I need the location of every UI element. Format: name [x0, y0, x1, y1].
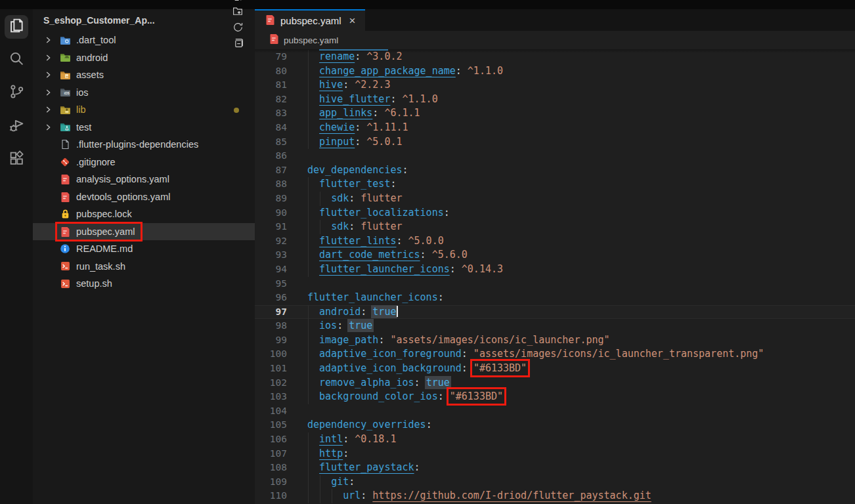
tab-bar[interactable]: pubspec.yaml × — [255, 9, 855, 31]
activity-source-control[interactable] — [5, 81, 28, 104]
breadcrumb-item[interactable]: pubspec.yaml — [284, 35, 338, 45]
tree-file--gitignore[interactable]: .gitignore — [33, 154, 255, 171]
code-line-101[interactable]: 101 adaptive_icon_background: "#6133BD" — [255, 362, 855, 376]
tree-folder-android[interactable]: android — [33, 49, 255, 67]
chevron-right-icon[interactable] — [43, 121, 59, 133]
activity-search[interactable] — [5, 48, 28, 72]
dependency-link[interactable]: app_links — [319, 107, 372, 119]
code-line-99[interactable]: 99 image_path: "assets/images/icons/ic_l… — [255, 333, 855, 348]
code-line-110[interactable]: 110 url: https://github.com/I-driod/flut… — [255, 489, 855, 503]
yaml-key: remove_alpha_ios — [319, 377, 414, 388]
code-line-83[interactable]: 83 app_links: ^6.1.1 — [255, 106, 855, 121]
dependency-link[interactable]: change_app_package_name — [319, 65, 456, 77]
code-line-103[interactable]: 103 background_color_ios: "#6133BD" — [255, 390, 855, 404]
chevron-right-icon[interactable] — [43, 87, 59, 98]
code-line-84[interactable]: 84 chewie: ^1.11.1 — [255, 121, 855, 135]
activity-run-debug[interactable] — [5, 116, 28, 139]
code-line-98[interactable]: 98 ios: true — [255, 319, 855, 333]
chevron-right-icon[interactable] — [43, 104, 59, 116]
code-line-93[interactable]: 93 dart_code_metrics: ^5.6.0 — [255, 248, 855, 262]
line-number: 84 — [255, 121, 287, 135]
yaml-key: adaptive_icon_background — [319, 362, 462, 374]
tab-pubspec-yaml[interactable]: pubspec.yaml × — [255, 9, 365, 31]
new-folder-button[interactable] — [230, 5, 246, 20]
yaml-icon — [59, 173, 71, 185]
dependency-link[interactable]: http — [319, 448, 343, 459]
code-line-102[interactable]: 102 remove_alpha_ios: true — [255, 376, 855, 390]
url-link[interactable]: https://github.com/I-driod/flutter_payst… — [372, 490, 651, 501]
dependency-link[interactable]: chewie — [319, 121, 355, 133]
tree-file-setup-sh[interactable]: setup.sh — [33, 275, 255, 293]
tree-file-pubspec-lock[interactable]: pubspec.lock — [33, 205, 255, 223]
code-line-87[interactable]: 87dev_dependencies: — [255, 163, 855, 178]
code-line-107[interactable]: 107 http: — [255, 447, 855, 461]
tree-file--flutter-plugins-dependencies[interactable]: .flutter-plugins-dependencies — [33, 136, 255, 154]
breadcrumb[interactable]: pubspec.yaml — [255, 31, 855, 49]
tree-file-analysis-options-yaml[interactable]: analysis_options.yaml — [33, 171, 255, 188]
tree-folder--dart-tool[interactable]: .dart_tool — [33, 32, 255, 49]
line-number: 81 — [255, 78, 287, 93]
chevron-right-icon[interactable] — [43, 34, 59, 46]
new-file-button[interactable] — [230, 0, 246, 5]
code-line-104[interactable]: 104 — [255, 404, 855, 419]
chevron-spacer — [43, 243, 59, 255]
code-line-81[interactable]: 81 hive: ^2.2.3 — [255, 78, 855, 93]
tree-folder-lib[interactable]: lib — [33, 101, 255, 119]
code-line-79[interactable]: 79 rename: ^3.0.2 — [255, 50, 855, 64]
tree-file-devtools-options-yaml[interactable]: devtools_options.yaml — [33, 188, 255, 206]
yaml-key: flutter_test — [319, 178, 390, 190]
dependency-link[interactable]: hive_flutter — [319, 93, 390, 105]
whitespace — [307, 461, 319, 473]
tree-file-readme-md[interactable]: README.md — [33, 240, 255, 258]
chevron-right-icon[interactable] — [43, 69, 59, 81]
dependency-link[interactable]: flutter_launcher_icons — [319, 263, 450, 275]
code-line-85[interactable]: 85 pinput: ^5.0.1 — [255, 135, 855, 150]
dependency-link[interactable]: rename — [319, 51, 355, 62]
tree-folder-ios[interactable]: iOSios — [33, 84, 255, 102]
code-line-82[interactable]: 82 hive_flutter: ^1.1.0 — [255, 93, 855, 107]
code-line-109[interactable]: 109 git: — [255, 475, 855, 490]
punctuation: : — [456, 65, 462, 77]
chevron-right-icon[interactable] — [43, 52, 59, 64]
close-icon[interactable]: × — [348, 15, 357, 26]
tree-folder-assets[interactable]: assets — [33, 66, 255, 84]
tree-file-run-task-sh[interactable]: run_task.sh — [33, 258, 255, 276]
dependency-link[interactable]: flutter_lints — [319, 235, 396, 247]
code-line-96[interactable]: 96flutter_launcher_icons: — [255, 291, 855, 305]
code-line-80[interactable]: 80 change_app_package_name: ^1.1.0 — [255, 64, 855, 79]
code-line-91[interactable]: 91 sdk: flutter — [255, 220, 855, 234]
line-text: remove_alpha_ios: true — [307, 377, 450, 388]
activity-extensions[interactable] — [5, 148, 28, 171]
tree-item-label: .gitignore — [76, 157, 116, 167]
line-text: dart_code_metrics: ^5.6.0 — [307, 249, 468, 261]
whitespace — [307, 93, 319, 105]
explorer-section-header[interactable]: S_eshop_Customer_Ap... — [33, 9, 255, 32]
code-line-92[interactable]: 92 flutter_lints: ^5.0.0 — [255, 234, 855, 249]
line-number: 109 — [255, 475, 287, 490]
code-line-95[interactable]: 95 — [255, 277, 855, 291]
activity-explorer[interactable] — [5, 15, 28, 39]
code-line-88[interactable]: 88 flutter_test: — [255, 177, 855, 192]
code-line-106[interactable]: 106 intl: ^0.18.1 — [255, 432, 855, 447]
code-line-90[interactable]: 90 flutter_localizations: — [255, 206, 855, 220]
tree-item-label: run_task.sh — [76, 261, 125, 272]
dependency-link[interactable]: intl — [319, 433, 343, 445]
code-line-105[interactable]: 105dependency_overrides: — [255, 418, 855, 432]
code-line-97[interactable]: 97 android: true — [255, 305, 855, 320]
indent-guide — [320, 192, 320, 206]
tree-folder-test[interactable]: test — [33, 119, 255, 136]
tree-file-pubspec-yaml[interactable]: pubspec.yaml — [33, 223, 255, 241]
code-line-94[interactable]: 94 flutter_launcher_icons: ^0.14.3 — [255, 262, 855, 277]
line-text: rename: ^3.0.2 — [307, 51, 403, 62]
whitespace — [307, 107, 319, 119]
dependency-link[interactable]: hive — [319, 79, 343, 91]
code-line-86[interactable]: 86 — [255, 149, 855, 163]
code-editor[interactable]: 79 rename: ^3.0.280 change_app_package_n… — [255, 49, 855, 504]
dependency-link[interactable]: dart_code_metrics — [319, 249, 420, 261]
code-line-100[interactable]: 100 adaptive_icon_foreground: "assets/im… — [255, 347, 855, 362]
code-line-89[interactable]: 89 sdk: flutter — [255, 192, 855, 206]
dependency-link[interactable]: pinput — [319, 136, 355, 148]
code-line-108[interactable]: 108 flutter_paystack: — [255, 461, 855, 475]
dependency-link[interactable]: flutter_paystack — [319, 461, 414, 473]
folder-android-icon — [59, 52, 71, 64]
